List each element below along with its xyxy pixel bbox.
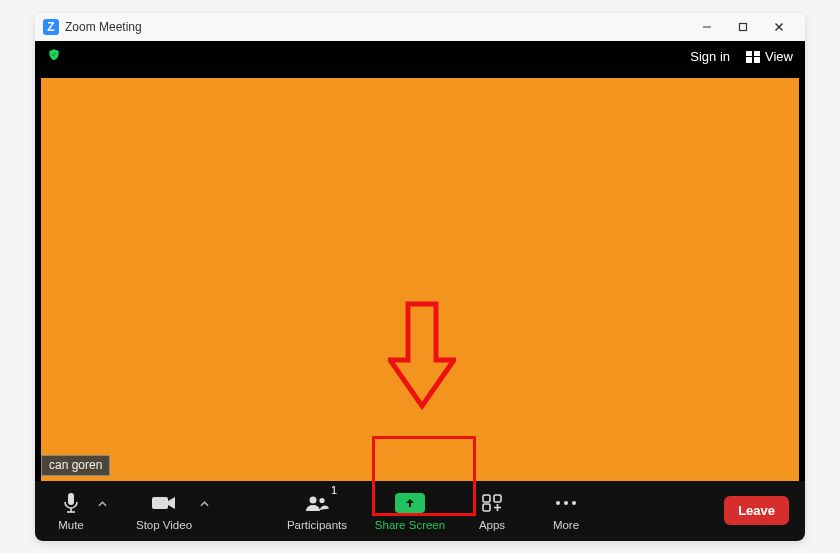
close-button[interactable] bbox=[761, 13, 797, 41]
svg-point-9 bbox=[319, 497, 324, 502]
maximize-button[interactable] bbox=[725, 13, 761, 41]
apps-button[interactable]: Apps bbox=[471, 481, 513, 541]
svg-point-14 bbox=[564, 501, 568, 505]
share-screen-button[interactable]: Share Screen bbox=[371, 481, 449, 541]
window-title: Zoom Meeting bbox=[65, 20, 142, 34]
zoom-logo-icon: Z bbox=[43, 19, 59, 35]
titlebar: Z Zoom Meeting bbox=[35, 13, 805, 41]
grid-view-icon bbox=[746, 51, 760, 63]
audio-options-caret[interactable] bbox=[93, 474, 111, 534]
participants-label: Participants bbox=[287, 519, 347, 531]
svg-rect-4 bbox=[68, 493, 74, 505]
svg-rect-10 bbox=[483, 495, 490, 502]
video-tile[interactable] bbox=[41, 78, 799, 481]
share-screen-label: Share Screen bbox=[375, 519, 445, 531]
more-label: More bbox=[553, 519, 579, 531]
participants-count: 1 bbox=[331, 484, 337, 496]
apps-label: Apps bbox=[479, 519, 505, 531]
svg-point-15 bbox=[572, 501, 576, 505]
minimize-button[interactable] bbox=[689, 13, 725, 41]
stop-video-button[interactable]: Stop Video bbox=[133, 481, 195, 541]
svg-rect-1 bbox=[740, 23, 747, 30]
zoom-meeting-window: Z Zoom Meeting Sign in View can goren bbox=[35, 13, 805, 541]
share-screen-icon bbox=[395, 493, 425, 513]
mute-label: Mute bbox=[58, 519, 84, 531]
participant-name-badge: can goren bbox=[41, 455, 110, 476]
video-content-area: can goren bbox=[35, 73, 805, 481]
meeting-toolbar: Mute Stop Video 1 Participants bbox=[35, 481, 805, 541]
microphone-icon bbox=[62, 491, 80, 515]
video-options-caret[interactable] bbox=[195, 474, 213, 534]
meeting-topbar: Sign in View bbox=[35, 41, 805, 73]
encryption-shield-icon[interactable] bbox=[47, 47, 61, 66]
svg-rect-7 bbox=[152, 497, 168, 509]
video-camera-icon bbox=[151, 491, 177, 515]
more-button[interactable]: More bbox=[545, 481, 587, 541]
sign-in-link[interactable]: Sign in bbox=[690, 49, 730, 64]
participants-icon bbox=[304, 491, 330, 515]
svg-point-8 bbox=[310, 496, 317, 503]
leave-button[interactable]: Leave bbox=[724, 496, 789, 525]
view-label: View bbox=[765, 49, 793, 64]
svg-rect-11 bbox=[494, 495, 501, 502]
apps-icon bbox=[481, 491, 503, 515]
participants-button[interactable]: 1 Participants bbox=[283, 481, 351, 541]
svg-rect-12 bbox=[483, 504, 490, 511]
mute-button[interactable]: Mute bbox=[49, 481, 93, 541]
view-button[interactable]: View bbox=[746, 49, 793, 64]
more-dots-icon bbox=[554, 491, 578, 515]
stop-video-label: Stop Video bbox=[136, 519, 192, 531]
svg-point-13 bbox=[556, 501, 560, 505]
